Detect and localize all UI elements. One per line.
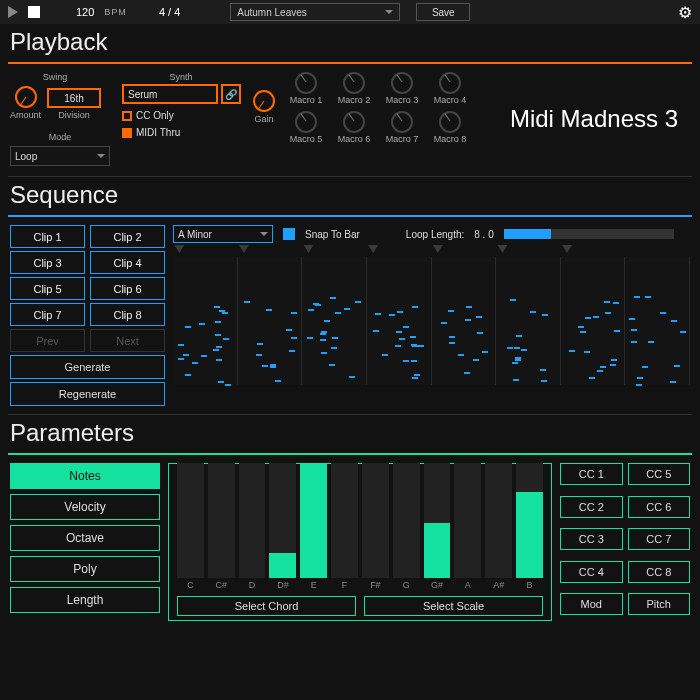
note-bar-Fs[interactable]: F# [362,463,389,590]
tab-velocity[interactable]: Velocity [10,494,160,520]
macro-knob[interactable] [391,72,413,94]
macro-knob[interactable] [391,111,413,133]
macro-label: Macro 8 [434,134,467,144]
note-weight-bars[interactable]: CC#DD#EFF#GG#AA#B [177,470,543,590]
note-bar-E[interactable]: E [300,463,327,590]
macro-knob[interactable] [295,111,317,133]
chord-marker[interactable] [368,245,378,253]
cc-button-cc2[interactable]: CC 2 [560,496,623,518]
note-bar-Ds[interactable]: D# [269,463,296,590]
cc-only-checkbox[interactable]: CC Only [122,110,241,121]
tab-poly[interactable]: Poly [10,556,160,582]
note-bar-Cs[interactable]: C# [208,463,235,590]
note-bar-D[interactable]: D [239,463,266,590]
chord-marker[interactable] [497,245,507,253]
cc-button-cc8[interactable]: CC 8 [628,561,691,583]
clip-6[interactable]: Clip 6 [90,277,165,300]
clip-8[interactable]: Clip 8 [90,303,165,326]
sequence-section: Clip 1Clip 2Clip 3Clip 4Clip 5Clip 6Clip… [0,217,700,414]
gain-knob[interactable] [253,90,275,112]
tab-length[interactable]: Length [10,587,160,613]
note-bar-G[interactable]: G [393,463,420,590]
chord-marker[interactable] [239,245,249,253]
macro-2[interactable]: Macro 2 [335,72,373,105]
note-bar-label: C# [215,580,227,590]
macro-6[interactable]: Macro 6 [335,111,373,144]
note-bar-A[interactable]: A [454,463,481,590]
bpm-value[interactable]: 120 [76,6,94,18]
synth-link-button[interactable]: 🔗 [221,84,241,104]
cc-button-cc4[interactable]: CC 4 [560,561,623,583]
macro-3[interactable]: Macro 3 [383,72,421,105]
note-bar-Gs[interactable]: G# [424,463,451,590]
macro-1[interactable]: Macro 1 [287,72,325,105]
next-button[interactable]: Next [90,329,165,352]
clip-5[interactable]: Clip 5 [10,277,85,300]
chevron-down-icon [385,10,393,14]
macro-knob[interactable] [439,111,461,133]
playback-title: Playback [0,24,700,62]
clip-1[interactable]: Clip 1 [10,225,85,248]
select-scale-button[interactable]: Select Scale [364,596,543,616]
mode-value: Loop [15,151,37,162]
marker-lane[interactable] [173,245,690,255]
timesig[interactable]: 4 / 4 [159,6,180,18]
cc-button-cc5[interactable]: CC 5 [628,463,691,485]
clip-4[interactable]: Clip 4 [90,251,165,274]
preset-select[interactable]: Autumn Leaves [230,3,400,21]
cc-button-cc3[interactable]: CC 3 [560,528,623,550]
amount-label: Amount [10,110,41,120]
generate-button[interactable]: Generate [10,355,165,379]
tab-notes[interactable]: Notes [10,463,160,489]
macro-5[interactable]: Macro 5 [287,111,325,144]
playback-section: Swing Amount 16th Division Mode Loop Syn… [0,64,700,176]
swing-division[interactable]: 16th [47,88,101,108]
macro-knob[interactable] [343,72,365,94]
chord-marker[interactable] [433,245,443,253]
regenerate-button[interactable]: Regenerate [10,382,165,406]
snap-checkbox[interactable] [283,228,295,240]
scale-select[interactable]: A Minor [173,225,273,243]
note-bar-C[interactable]: C [177,463,204,590]
macro-8[interactable]: Macro 8 [431,111,469,144]
macro-label: Macro 4 [434,95,467,105]
macro-knob[interactable] [439,72,461,94]
select-chord-button[interactable]: Select Chord [177,596,356,616]
cc-button-cc6[interactable]: CC 6 [628,496,691,518]
chord-marker[interactable] [174,245,184,253]
swing-amount-knob[interactable] [15,86,37,108]
chevron-down-icon [260,232,268,236]
tab-octave[interactable]: Octave [10,525,160,551]
play-button[interactable] [8,6,18,18]
chord-marker[interactable] [562,245,572,253]
synth-input[interactable]: Serum [122,84,218,104]
division-label: Division [58,110,90,120]
gear-icon[interactable]: ⚙ [678,3,692,22]
macro-knob[interactable] [343,111,365,133]
note-bar-label: A [465,580,471,590]
note-bar-As[interactable]: A# [485,463,512,590]
macro-7[interactable]: Macro 7 [383,111,421,144]
loop-length-slider[interactable] [504,229,674,239]
param-tabs: NotesVelocityOctavePolyLength [10,463,160,621]
clip-2[interactable]: Clip 2 [90,225,165,248]
clip-3[interactable]: Clip 3 [10,251,85,274]
note-bar-label: F [342,580,348,590]
mode-select[interactable]: Loop [10,146,110,166]
cc-button-cc1[interactable]: CC 1 [560,463,623,485]
note-bar-B[interactable]: B [516,463,543,590]
note-bar-F[interactable]: F [331,463,358,590]
macro-knob[interactable] [295,72,317,94]
midi-thru-checkbox[interactable]: MIDI Thru [122,127,241,138]
cc-button-mod[interactable]: Mod [560,593,623,615]
macro-4[interactable]: Macro 4 [431,72,469,105]
chord-marker[interactable] [304,245,314,253]
cc-button-pitch[interactable]: Pitch [628,593,691,615]
cc-button-cc7[interactable]: CC 7 [628,528,691,550]
prev-button[interactable]: Prev [10,329,85,352]
stop-button[interactable] [28,6,40,18]
chevron-down-icon [97,154,105,158]
save-button[interactable]: Save [416,3,470,21]
piano-roll[interactable] [173,257,690,385]
clip-7[interactable]: Clip 7 [10,303,85,326]
